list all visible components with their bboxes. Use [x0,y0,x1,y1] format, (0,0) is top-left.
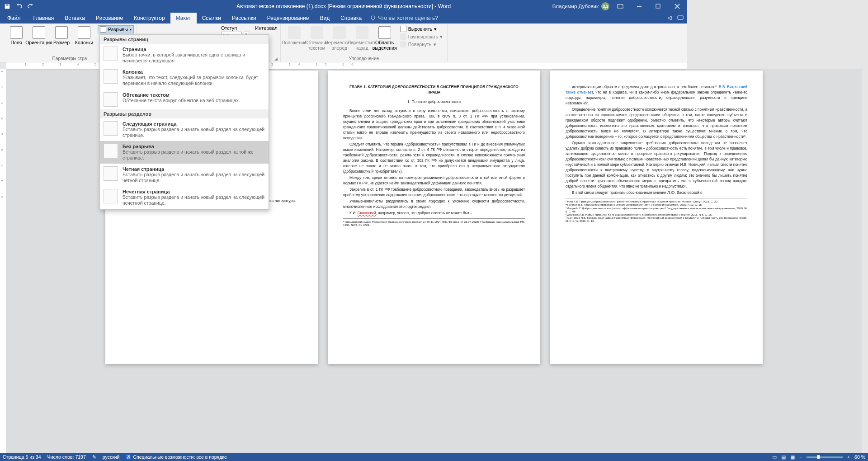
tab-design[interactable]: Конструктор [128,13,170,24]
dd-item-continuous[interactable]: Без разрываВставить разрыв раздела и нач… [100,141,269,164]
odd-page-icon [104,189,118,203]
minimize-button[interactable] [631,0,647,13]
group-label-arrange: Упорядочение [349,56,379,61]
tab-view[interactable]: Вид [314,13,335,24]
tab-insert[interactable]: Вставка [59,13,90,24]
vertical-ruler[interactable]: 1 2 3 4 5 6 7 8 9 [0,69,6,362]
dd-item-column[interactable]: КолонкаУказывает, что текст, следующий з… [100,66,269,89]
page-right[interactable]: исчерпывающим образом определена даже до… [550,71,687,362]
wrap-text-button: Обтекание текстом [306,25,328,52]
tell-me-search[interactable]: Что вы хотите сделать? [370,13,438,24]
dd-section-page-breaks: Разрывы страниц [100,35,269,44]
size-button[interactable]: Размер [51,25,72,46]
selection-pane-button[interactable]: Область выделения [374,25,396,52]
column-break-icon [104,69,118,84]
dd-item-even-page[interactable]: Четная страницаВставить разрыв раздела и… [100,164,269,186]
lightbulb-icon [370,15,376,21]
spacing-label: Интервал [255,25,277,31]
dd-item-text-wrap[interactable]: Обтекание текстомОбтекание текста вокруг… [100,89,269,109]
tab-help[interactable]: Справка [335,13,367,24]
undo-button[interactable] [14,1,24,12]
tab-mailings[interactable]: Рассылки [226,13,262,24]
svg-rect-2 [656,4,660,8]
share-icon[interactable] [666,15,673,21]
tab-layout[interactable]: Макет [170,13,197,24]
group-label-page-setup: Параметры стра [52,56,87,61]
next-page-icon [104,121,118,136]
page-break-icon [104,47,118,61]
save-button[interactable] [2,1,13,12]
page-middle[interactable]: ГЛАВА 1. КАТЕГОРИЯ ДОБРОСОВЕСТНОСТИ В СИ… [328,71,540,362]
dd-item-page[interactable]: СтраницаВыбор точки, в которой заканчива… [100,44,269,66]
comments-icon[interactable] [677,15,684,21]
ribbon-tabs: Файл Главная Вставка Рисование Конструкт… [0,13,687,24]
group-objects-button: Группировать ▾ [398,33,444,40]
text-wrap-icon [104,92,118,107]
maximize-button[interactable] [650,0,666,13]
dd-section-section-breaks: Разрывы разделов [100,109,269,118]
indent-label: Отступ [221,25,237,31]
close-button[interactable] [669,0,685,13]
dd-item-odd-page[interactable]: Нечетная страницаВставить разрыв раздела… [100,186,269,209]
breaks-button[interactable]: Разрывы ▾ [98,25,134,33]
tab-review[interactable]: Рецензирование [262,13,315,24]
orientation-button[interactable]: Ориентация [28,25,50,46]
user-name[interactable]: Владимир Дубовик [552,4,599,9]
margins-button[interactable]: Поля [5,25,27,46]
titlebar: Автоматческое оглавление (1).docx [Режим… [0,0,687,13]
redo-button[interactable] [25,1,36,12]
position-button: Положение [283,25,305,46]
even-page-icon [104,166,118,181]
user-avatar[interactable]: ВД [601,2,609,10]
dd-item-next-page[interactable]: Следующая страницаВставить разрыв раздел… [100,118,269,141]
continuous-icon [104,144,118,158]
columns-button[interactable]: Колонки [73,25,95,46]
window-title: Автоматческое оглавление (1).docx [Режим… [236,3,451,9]
tab-home[interactable]: Главная [28,13,60,24]
rotate-button: Повернуть ▾ [398,41,444,48]
bring-forward-button: Переместить вперед [329,25,350,52]
group-arrange: Положение Обтекание текстом Переместить … [281,24,448,62]
quick-access-toolbar [2,1,36,12]
send-backward-button: Переместить назад [351,25,373,52]
svg-point-3 [371,16,375,19]
tab-file[interactable]: Файл [0,13,28,24]
ribbon-options-button[interactable] [612,0,628,13]
svg-rect-5 [678,16,683,19]
align-button[interactable]: Выровнять ▾ [398,25,444,33]
breaks-dropdown: Разрывы страниц СтраницаВыбор точки, в к… [99,34,269,210]
paragraph-dialog-launcher[interactable]: ◢ [274,56,278,61]
svg-rect-0 [618,5,623,8]
tab-references[interactable]: Ссылки [197,13,226,24]
tab-draw[interactable]: Рисование [90,13,128,24]
